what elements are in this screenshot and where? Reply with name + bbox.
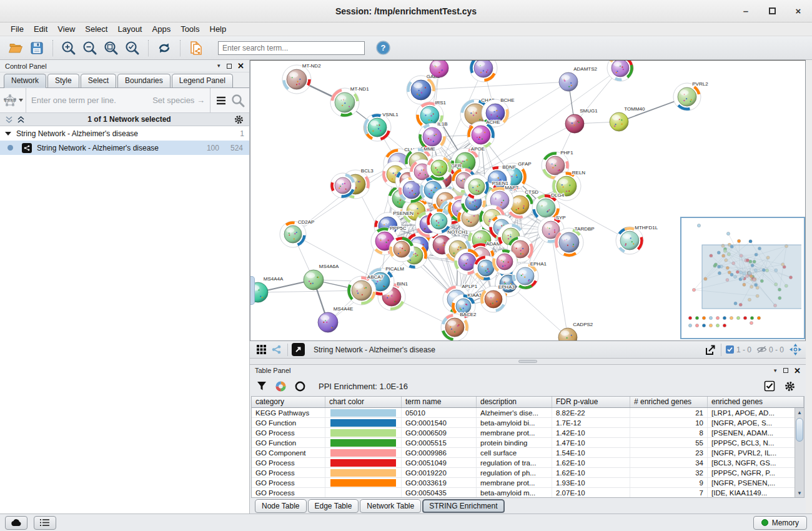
network-node[interactable]: EPHA1	[512, 261, 547, 289]
network-node[interactable]: MS4A4A	[250, 276, 284, 302]
collapse-all-icon[interactable]	[5, 116, 13, 124]
birds-eye-viewport[interactable]	[702, 245, 801, 309]
split-grip[interactable]	[518, 360, 537, 363]
birds-eye-view[interactable]	[680, 217, 805, 339]
scroll-down-icon[interactable]: ▼	[795, 489, 804, 497]
options-menu-icon[interactable]	[214, 95, 228, 106]
panel-close-icon[interactable]: ✕	[794, 367, 801, 375]
tab-network[interactable]: Network	[4, 74, 46, 88]
scrollbar-thumb[interactable]	[796, 418, 803, 442]
network-node[interactable]	[430, 61, 448, 77]
network-collection-row[interactable]: String Network - Alzheimer's disease 1	[0, 126, 249, 141]
tree-expander-icon[interactable]	[5, 131, 11, 136]
network-node[interactable]: BACE2	[441, 312, 477, 340]
column-header-term-name[interactable]: term name	[402, 397, 477, 407]
column-header-enriched-genes[interactable]: enriched genes	[708, 397, 804, 407]
close-button[interactable]: ×	[793, 6, 803, 16]
panel-close-icon[interactable]: ✕	[237, 62, 244, 70]
menu-apps[interactable]: Apps	[148, 23, 176, 35]
menu-file[interactable]: File	[6, 23, 28, 35]
column-header--enriched-genes[interactable]: # enriched genes	[630, 397, 708, 407]
tab-style[interactable]: Style	[47, 74, 79, 87]
vertical-scrollbar[interactable]: ▲ ▼	[795, 408, 804, 497]
network-node[interactable]	[492, 249, 517, 274]
network-row[interactable]: String Network - Alzheimer's disease 100…	[0, 141, 249, 155]
network-node[interactable]	[607, 61, 633, 81]
ring-chart-icon[interactable]	[294, 380, 306, 392]
network-node[interactable]	[427, 209, 452, 234]
menu-edit[interactable]: Edit	[29, 23, 52, 35]
tab-boundaries[interactable]: Boundaries	[117, 74, 171, 87]
panel-resize-grip[interactable]	[250, 276, 255, 305]
zoom-in-button[interactable]	[58, 38, 79, 58]
navigator-icon[interactable]	[789, 343, 802, 356]
table-row[interactable]: GO ProcessGO:0050435beta-amyloid m...2.0…	[252, 488, 804, 498]
network-node[interactable]: MT-ND1	[330, 86, 369, 117]
menu-select[interactable]: Select	[81, 23, 112, 35]
network-node[interactable]: PVRL2	[673, 81, 708, 111]
column-header-description[interactable]: description	[477, 397, 552, 407]
panel-menu-caret-icon[interactable]: ▼	[773, 368, 778, 374]
select-columns-icon[interactable]	[764, 380, 775, 392]
network-node[interactable]	[389, 237, 414, 262]
menu-layout[interactable]: Layout	[113, 23, 146, 35]
menu-help[interactable]: Help	[205, 23, 231, 35]
column-header-chart-color[interactable]: chart color	[325, 397, 402, 407]
search-input[interactable]	[218, 41, 365, 55]
tab-select[interactable]: Select	[81, 74, 116, 87]
table-row[interactable]: GO ComponentGO:0009986cell surface1.54E-…	[252, 448, 804, 458]
zoom-fit-button[interactable]	[101, 38, 122, 58]
grid-view-button[interactable]	[254, 342, 269, 357]
network-view-canvas[interactable]: MT-ND2MT-ND1VSNL1GAB2IRS1CHATBCHEACHEIL1…	[250, 60, 806, 341]
column-header-FDR-p-value[interactable]: FDR p-value	[552, 397, 630, 407]
tab-node-table[interactable]: Node Table	[255, 499, 307, 513]
panel-float-icon[interactable]	[227, 64, 232, 69]
menu-tools[interactable]: Tools	[176, 23, 204, 35]
pie-chart-icon[interactable]	[275, 380, 287, 392]
table-row[interactable]: GO FunctionGO:0005515protein binding1.47…	[252, 438, 804, 448]
network-node[interactable]	[330, 173, 355, 198]
task-history-button[interactable]	[34, 516, 56, 530]
import-network-button[interactable]	[186, 38, 207, 58]
scroll-up-icon[interactable]: ▲	[795, 408, 804, 417]
search-icon[interactable]	[230, 93, 245, 108]
table-row[interactable]: KEGG Pathways05010Alzheimer's dise...8.8…	[252, 408, 804, 418]
tab-string-enrichment[interactable]: STRING Enrichment	[422, 499, 504, 513]
table-row[interactable]: GO ProcessGO:0019220regulation of ph...1…	[252, 468, 804, 478]
open-session-button[interactable]	[5, 38, 26, 58]
network-node[interactable]: MTHFD1L	[616, 225, 658, 254]
maximize-button[interactable]	[767, 6, 777, 16]
menu-view[interactable]: View	[53, 23, 79, 35]
gear-icon[interactable]	[784, 380, 796, 392]
expand-all-icon[interactable]	[17, 116, 25, 124]
gear-icon[interactable]	[234, 114, 244, 125]
help-button[interactable]: ?	[376, 41, 390, 55]
tab-network-table[interactable]: Network Table	[360, 499, 421, 513]
species-hint[interactable]: Set species →	[152, 96, 205, 105]
network-node[interactable]: TOMM40	[610, 106, 645, 131]
table-row[interactable]: GO ProcessGO:0006509membrane prot...1.42…	[252, 428, 804, 438]
save-session-button[interactable]	[26, 38, 47, 58]
column-header-category[interactable]: category	[252, 397, 325, 407]
horizontal-split-divider[interactable]	[250, 359, 806, 365]
export-view-button[interactable]	[704, 343, 717, 356]
tab-edge-table[interactable]: Edge Table	[308, 499, 359, 513]
panel-float-icon[interactable]	[783, 368, 788, 373]
minimize-button[interactable]: –	[741, 6, 751, 16]
table-row[interactable]: GO FunctionGO:0001540beta-amyloid bi...1…	[252, 418, 804, 428]
panel-menu-caret-icon[interactable]: ▼	[216, 63, 221, 69]
detach-view-button[interactable]	[292, 343, 305, 356]
filter-icon[interactable]	[256, 380, 267, 392]
zoom-out-button[interactable]	[79, 38, 101, 58]
network-node[interactable]: MS4A6A	[304, 264, 339, 290]
string-protein-query-selector[interactable]: STRING	[0, 88, 26, 112]
cloud-tasks-button[interactable]	[5, 516, 27, 530]
network-node[interactable]: VSNL1	[364, 112, 399, 141]
network-node[interactable]: CADPS2	[558, 322, 593, 340]
network-node[interactable]: TARDBP	[555, 226, 595, 257]
string-query-field[interactable]: Enter one term per line. Set species →	[26, 88, 210, 112]
table-row[interactable]: GO ProcessGO:0051049regulation of tra...…	[252, 458, 804, 468]
table-row[interactable]: GO ProcessGO:0033619membrane prot...1.93…	[252, 478, 804, 488]
network-node[interactable]: SMUG1	[565, 108, 598, 133]
refresh-network-button[interactable]	[154, 38, 175, 58]
